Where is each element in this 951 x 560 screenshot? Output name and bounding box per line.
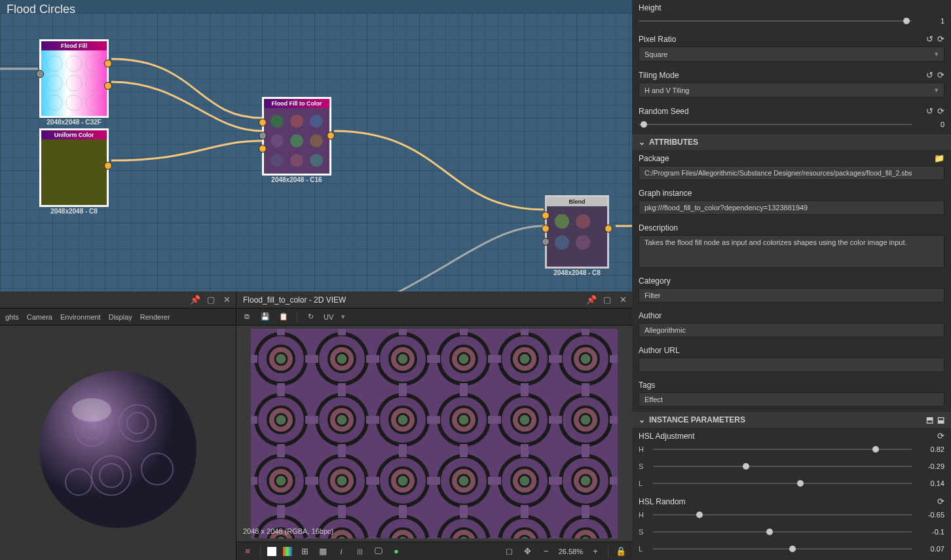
- folder-icon[interactable]: 📁: [934, 153, 944, 163]
- menu-item[interactable]: Renderer: [140, 313, 170, 321]
- author-url-label: Author URL: [639, 346, 680, 355]
- paste-icon[interactable]: 📋: [278, 312, 289, 322]
- center-icon[interactable]: ✥: [522, 546, 534, 557]
- maximize-icon[interactable]: ▢: [206, 295, 216, 305]
- package-label: Package: [639, 154, 669, 163]
- pixel-ratio-label: Pixel Ratio: [639, 35, 676, 44]
- pin-icon[interactable]: 📌: [586, 295, 597, 305]
- instance-params-section[interactable]: ⌄INSTANCE PARAMETERS⬒⬓: [632, 412, 951, 428]
- tiling-icon[interactable]: ▦: [317, 546, 329, 557]
- node-caption: 2048x2048 - C16: [271, 176, 322, 183]
- reset-icon[interactable]: ⟳: [937, 496, 944, 506]
- node-title: Flood Fill: [41, 41, 107, 50]
- reset-icon[interactable]: ⟳: [937, 106, 944, 116]
- monitor-icon[interactable]: 🖵: [372, 546, 384, 557]
- attributes-section[interactable]: ⌄ATTRIBUTES: [632, 134, 951, 150]
- height-slider[interactable]: [639, 16, 912, 26]
- maximize-icon[interactable]: ▢: [602, 295, 612, 305]
- hsl-rand-h-slider[interactable]: [653, 510, 912, 519]
- input-port[interactable]: [259, 132, 267, 140]
- grid-icon[interactable]: ⊞: [299, 546, 310, 557]
- node-caption: 2048x2048 - C8: [50, 208, 98, 215]
- hsl-rand-label: HSL Random: [639, 497, 686, 506]
- output-port[interactable]: [605, 225, 612, 233]
- input-port[interactable]: [542, 238, 550, 246]
- hsl-rand-l-slider[interactable]: [653, 544, 912, 553]
- random-seed-label: Random Seed: [639, 107, 689, 116]
- 3d-viewport[interactable]: [0, 326, 236, 560]
- node-blend[interactable]: Blend 2048x2048 - C8: [545, 195, 609, 269]
- node-flood-fill-to-color[interactable]: Flood Fill to Color 2048x2048 - C16: [262, 97, 331, 176]
- node-uniform-color[interactable]: Uniform Color 2048x2048 - C8: [39, 128, 109, 207]
- lock-icon[interactable]: 🔒: [615, 546, 627, 557]
- tags-field[interactable]: Effect: [639, 392, 944, 407]
- svg-point-23: [576, 214, 590, 229]
- output-port[interactable]: [104, 162, 112, 170]
- output-port[interactable]: [104, 60, 112, 67]
- sphere-icon[interactable]: ●: [390, 546, 402, 557]
- refresh-icon[interactable]: ↻: [305, 312, 316, 322]
- import-icon[interactable]: ⬒: [926, 415, 933, 424]
- description-label: Description: [639, 223, 678, 233]
- menu-item[interactable]: Camera: [27, 313, 52, 321]
- author-field[interactable]: Allegorithmic: [639, 323, 944, 337]
- close-icon[interactable]: ✕: [618, 295, 628, 305]
- menu-item[interactable]: Environment: [60, 313, 101, 321]
- reset-icon[interactable]: ⟳: [937, 70, 944, 80]
- description-field[interactable]: Takes the flood fill node as input and c…: [639, 235, 944, 268]
- uv-menu[interactable]: UV: [324, 313, 333, 321]
- svg-point-35: [72, 398, 111, 422]
- pixel-ratio-dropdown[interactable]: Square: [639, 47, 944, 62]
- copy-icon[interactable]: ⧉: [242, 312, 252, 322]
- input-port[interactable]: [542, 225, 550, 233]
- rgb-icon[interactable]: [283, 547, 292, 556]
- author-url-field[interactable]: [639, 358, 944, 372]
- svg-rect-45: [251, 329, 618, 538]
- mono-icon[interactable]: [267, 547, 276, 556]
- pin-icon[interactable]: 📌: [190, 295, 200, 305]
- reset-icon[interactable]: ⟳: [937, 431, 944, 441]
- category-label: Category: [639, 276, 671, 286]
- svg-point-12: [270, 115, 284, 128]
- zoom-in-icon[interactable]: +: [589, 546, 601, 557]
- layers-icon[interactable]: ≡: [242, 546, 253, 557]
- export-icon[interactable]: ⬓: [937, 415, 944, 424]
- info-icon[interactable]: i: [335, 546, 347, 557]
- hsl-adj-l-slider[interactable]: [653, 479, 912, 488]
- output-port[interactable]: [104, 82, 112, 90]
- input-port[interactable]: [542, 212, 550, 219]
- properties-panel: Height 1 Pixel Ratio↺⟳ Square Tiling Mod…: [632, 0, 951, 560]
- zoom-out-icon[interactable]: −: [540, 546, 552, 557]
- graph-panel[interactable]: Flood Circles Flood Fill 2048x2048 - C32…: [0, 0, 632, 291]
- 2d-viewport[interactable]: 2048 x 2048 (RGBA, 16bpc): [236, 326, 632, 542]
- input-port[interactable]: [36, 70, 44, 78]
- 2d-view-title: Flood_fill_to_color - 2D VIEW: [243, 295, 346, 305]
- random-seed-slider[interactable]: [639, 120, 912, 129]
- graph-instance-field[interactable]: pkg:///flood_fill_to_color?dependency=13…: [639, 200, 944, 215]
- output-port[interactable]: [327, 132, 335, 140]
- node-title: Blend: [547, 197, 607, 206]
- histogram-icon[interactable]: ⫼: [354, 546, 365, 557]
- fit-icon[interactable]: ◻: [504, 546, 515, 557]
- input-port[interactable]: [259, 145, 267, 153]
- link-icon[interactable]: ↺: [926, 34, 933, 44]
- menu-item[interactable]: Display: [109, 313, 132, 321]
- close-icon[interactable]: ✕: [221, 295, 232, 305]
- hsl-adj-s-slider[interactable]: [653, 462, 912, 471]
- link-icon[interactable]: ↺: [926, 70, 933, 80]
- save-icon[interactable]: 💾: [260, 312, 270, 322]
- reset-icon[interactable]: ⟳: [937, 34, 944, 44]
- menu-item[interactable]: ghts: [5, 313, 19, 321]
- svg-point-16: [290, 134, 303, 147]
- hsl-adj-label: HSL Adjustment: [639, 432, 695, 441]
- node-flood-fill[interactable]: Flood Fill 2048x2048 - C32F: [39, 39, 109, 118]
- link-icon[interactable]: ↺: [926, 106, 933, 116]
- hsl-rand-s-slider[interactable]: [653, 527, 912, 536]
- svg-point-14: [310, 115, 323, 128]
- tiling-mode-dropdown[interactable]: H and V Tiling: [639, 83, 944, 98]
- package-field[interactable]: C:/Program Files/Allegorithmic/Substance…: [639, 166, 944, 180]
- category-field[interactable]: Filter: [639, 288, 944, 303]
- input-port[interactable]: [259, 119, 267, 126]
- svg-rect-21: [547, 206, 607, 267]
- hsl-adj-h-slider[interactable]: [653, 445, 912, 454]
